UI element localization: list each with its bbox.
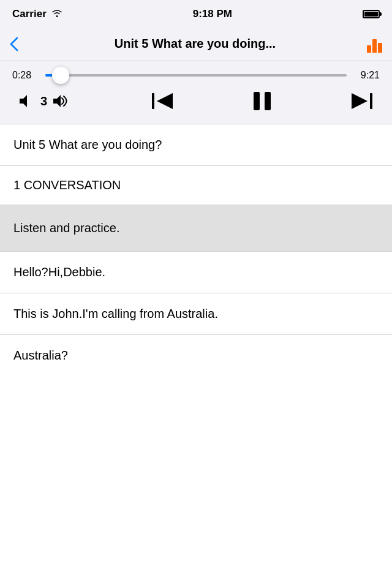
highlighted-text: Listen and practice. [13,221,119,235]
chart-bar-1 [367,45,371,53]
dialog-row-2: This is John.I'm calling from Australia. [0,293,392,335]
svg-marker-0 [20,95,27,107]
back-button[interactable] [10,37,18,51]
chart-icon[interactable] [367,36,382,53]
volume-level: 3 [40,94,47,108]
status-bar: Carrier 9:18 PM [0,0,392,27]
svg-marker-3 [157,93,173,109]
dialog-row-1: Hello?Hi,Debbie. [0,252,392,293]
pause-button[interactable] [252,89,273,113]
audio-player: 0:28 9:21 3 [0,61,392,124]
volume-group: 3 [18,92,73,110]
progress-track[interactable] [45,74,347,77]
carrier-label: Carrier [12,8,47,20]
svg-marker-1 [53,95,61,107]
status-left: Carrier [12,8,62,20]
svg-rect-5 [265,92,271,110]
status-right [363,10,380,18]
wifi-icon [51,8,62,20]
partial-row: Australia? [0,335,392,369]
total-time: 9:21 [354,70,380,81]
svg-rect-2 [152,93,154,109]
dialog-text-2: This is John.I'm calling from Australia. [13,307,218,320]
skip-back-button[interactable] [151,91,174,111]
section-header: 1 CONVERSATION [13,178,121,192]
volume-down-button[interactable] [18,92,36,110]
chart-bar-2 [372,39,377,53]
volume-up-button[interactable] [52,92,73,110]
unit-title: Unit 5 What are you doing? [13,138,162,151]
svg-marker-7 [352,93,368,109]
content: Unit 5 What are you doing? 1 CONVERSATIO… [0,124,392,369]
progress-row: 0:28 9:21 [12,70,380,81]
section-header-row: 1 CONVERSATION [0,166,392,205]
chart-bar-3 [378,43,382,53]
svg-rect-6 [370,93,372,109]
highlighted-row: Listen and practice. [0,205,392,252]
status-time: 9:18 PM [193,8,232,20]
battery-icon [363,10,380,18]
dialog-text-1: Hello?Hi,Debbie. [13,265,105,279]
progress-thumb[interactable] [52,67,69,84]
partial-text: Australia? [13,349,68,362]
nav-bar: Unit 5 What are you doing... [0,27,392,61]
skip-forward-button[interactable] [350,91,374,111]
unit-title-row: Unit 5 What are you doing? [0,124,392,166]
nav-title: Unit 5 What are you doing... [23,37,367,51]
current-time: 0:28 [12,70,38,81]
svg-rect-4 [254,92,260,110]
controls-row: 3 [12,89,380,113]
